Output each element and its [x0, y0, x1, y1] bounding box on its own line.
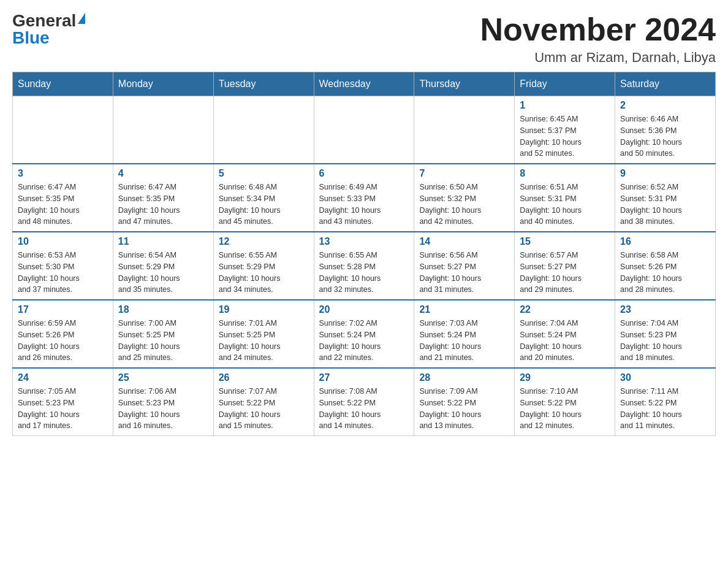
calendar-cell: 18Sunrise: 7:00 AM Sunset: 5:25 PM Dayli…	[113, 300, 213, 368]
day-info: Sunrise: 6:56 AM Sunset: 5:27 PM Dayligh…	[419, 250, 509, 296]
day-info: Sunrise: 6:59 AM Sunset: 5:26 PM Dayligh…	[18, 318, 108, 364]
calendar-week-row: 3Sunrise: 6:47 AM Sunset: 5:35 PM Daylig…	[13, 164, 716, 232]
day-number: 13	[319, 236, 409, 247]
calendar-cell: 21Sunrise: 7:03 AM Sunset: 5:24 PM Dayli…	[414, 300, 515, 368]
day-info: Sunrise: 6:46 AM Sunset: 5:36 PM Dayligh…	[620, 113, 710, 159]
day-number: 16	[620, 236, 710, 247]
day-number: 6	[319, 168, 409, 179]
day-number: 28	[419, 372, 509, 383]
day-info: Sunrise: 7:01 AM Sunset: 5:25 PM Dayligh…	[219, 318, 309, 364]
calendar-cell: 2Sunrise: 6:46 AM Sunset: 5:36 PM Daylig…	[615, 96, 716, 164]
day-number: 24	[18, 372, 108, 383]
day-number: 20	[319, 304, 409, 315]
day-number: 14	[419, 236, 509, 247]
weekday-header-wednesday: Wednesday	[314, 72, 414, 96]
day-number: 19	[219, 304, 309, 315]
calendar-cell: 24Sunrise: 7:05 AM Sunset: 5:23 PM Dayli…	[13, 368, 113, 436]
calendar-cell: 23Sunrise: 7:04 AM Sunset: 5:23 PM Dayli…	[615, 300, 716, 368]
day-number: 3	[18, 168, 108, 179]
weekday-header-friday: Friday	[515, 72, 615, 96]
calendar-cell: 30Sunrise: 7:11 AM Sunset: 5:22 PM Dayli…	[615, 368, 716, 436]
day-info: Sunrise: 6:52 AM Sunset: 5:31 PM Dayligh…	[620, 182, 710, 228]
day-number: 17	[18, 304, 108, 315]
calendar-cell: 10Sunrise: 6:53 AM Sunset: 5:30 PM Dayli…	[13, 232, 113, 300]
day-info: Sunrise: 6:49 AM Sunset: 5:33 PM Dayligh…	[319, 182, 409, 228]
day-number: 12	[219, 236, 309, 247]
day-info: Sunrise: 7:04 AM Sunset: 5:24 PM Dayligh…	[520, 318, 610, 364]
day-number: 29	[520, 372, 610, 383]
day-number: 23	[620, 304, 710, 315]
day-info: Sunrise: 6:51 AM Sunset: 5:31 PM Dayligh…	[520, 182, 610, 228]
day-info: Sunrise: 7:00 AM Sunset: 5:25 PM Dayligh…	[118, 318, 208, 364]
day-number: 21	[419, 304, 509, 315]
calendar-cell: 12Sunrise: 6:55 AM Sunset: 5:29 PM Dayli…	[213, 232, 314, 300]
day-number: 18	[118, 304, 208, 315]
day-info: Sunrise: 7:02 AM Sunset: 5:24 PM Dayligh…	[319, 318, 409, 364]
calendar-cell	[13, 96, 113, 164]
calendar-cell: 11Sunrise: 6:54 AM Sunset: 5:29 PM Dayli…	[113, 232, 213, 300]
calendar-cell: 17Sunrise: 6:59 AM Sunset: 5:26 PM Dayli…	[13, 300, 113, 368]
day-number: 2	[620, 100, 710, 111]
day-info: Sunrise: 7:08 AM Sunset: 5:22 PM Dayligh…	[319, 386, 409, 432]
weekday-header-monday: Monday	[113, 72, 213, 96]
calendar-cell: 1Sunrise: 6:45 AM Sunset: 5:37 PM Daylig…	[515, 96, 615, 164]
day-number: 4	[118, 168, 208, 179]
calendar-cell: 7Sunrise: 6:50 AM Sunset: 5:32 PM Daylig…	[414, 164, 515, 232]
logo-general-text: General	[12, 12, 76, 29]
day-number: 30	[620, 372, 710, 383]
calendar-cell	[414, 96, 515, 164]
day-number: 7	[419, 168, 509, 179]
calendar-table: SundayMondayTuesdayWednesdayThursdayFrid…	[12, 72, 716, 436]
day-info: Sunrise: 7:07 AM Sunset: 5:22 PM Dayligh…	[219, 386, 309, 432]
day-info: Sunrise: 6:54 AM Sunset: 5:29 PM Dayligh…	[118, 250, 208, 296]
day-info: Sunrise: 7:09 AM Sunset: 5:22 PM Dayligh…	[419, 386, 509, 432]
calendar-week-row: 17Sunrise: 6:59 AM Sunset: 5:26 PM Dayli…	[13, 300, 716, 368]
calendar-cell: 28Sunrise: 7:09 AM Sunset: 5:22 PM Dayli…	[414, 368, 515, 436]
day-number: 9	[620, 168, 710, 179]
day-number: 11	[118, 236, 208, 247]
calendar-cell: 3Sunrise: 6:47 AM Sunset: 5:35 PM Daylig…	[13, 164, 113, 232]
calendar-cell: 26Sunrise: 7:07 AM Sunset: 5:22 PM Dayli…	[213, 368, 314, 436]
calendar-cell: 9Sunrise: 6:52 AM Sunset: 5:31 PM Daylig…	[615, 164, 716, 232]
day-info: Sunrise: 6:47 AM Sunset: 5:35 PM Dayligh…	[18, 182, 108, 228]
day-number: 5	[219, 168, 309, 179]
calendar-cell: 6Sunrise: 6:49 AM Sunset: 5:33 PM Daylig…	[314, 164, 414, 232]
day-info: Sunrise: 6:48 AM Sunset: 5:34 PM Dayligh…	[219, 182, 309, 228]
calendar-cell: 22Sunrise: 7:04 AM Sunset: 5:24 PM Dayli…	[515, 300, 615, 368]
calendar-cell	[314, 96, 414, 164]
calendar-cell: 19Sunrise: 7:01 AM Sunset: 5:25 PM Dayli…	[213, 300, 314, 368]
day-info: Sunrise: 6:50 AM Sunset: 5:32 PM Dayligh…	[419, 182, 509, 228]
calendar-cell: 4Sunrise: 6:47 AM Sunset: 5:35 PM Daylig…	[113, 164, 213, 232]
day-number: 25	[118, 372, 208, 383]
day-info: Sunrise: 7:11 AM Sunset: 5:22 PM Dayligh…	[620, 386, 710, 432]
logo-blue-text: Blue	[12, 29, 50, 47]
calendar-week-row: 24Sunrise: 7:05 AM Sunset: 5:23 PM Dayli…	[13, 368, 716, 436]
day-info: Sunrise: 7:05 AM Sunset: 5:23 PM Dayligh…	[18, 386, 108, 432]
calendar-week-row: 1Sunrise: 6:45 AM Sunset: 5:37 PM Daylig…	[13, 96, 716, 164]
day-info: Sunrise: 6:47 AM Sunset: 5:35 PM Dayligh…	[118, 182, 208, 228]
logo: General Blue	[12, 12, 85, 47]
location-title: Umm ar Rizam, Darnah, Libya	[480, 50, 716, 66]
day-number: 8	[520, 168, 610, 179]
calendar-cell: 27Sunrise: 7:08 AM Sunset: 5:22 PM Dayli…	[314, 368, 414, 436]
day-number: 27	[319, 372, 409, 383]
calendar-cell: 13Sunrise: 6:55 AM Sunset: 5:28 PM Dayli…	[314, 232, 414, 300]
weekday-header-row: SundayMondayTuesdayWednesdayThursdayFrid…	[13, 72, 716, 96]
calendar-cell: 15Sunrise: 6:57 AM Sunset: 5:27 PM Dayli…	[515, 232, 615, 300]
day-info: Sunrise: 7:10 AM Sunset: 5:22 PM Dayligh…	[520, 386, 610, 432]
day-info: Sunrise: 6:58 AM Sunset: 5:26 PM Dayligh…	[620, 250, 710, 296]
calendar-cell: 25Sunrise: 7:06 AM Sunset: 5:23 PM Dayli…	[113, 368, 213, 436]
calendar-week-row: 10Sunrise: 6:53 AM Sunset: 5:30 PM Dayli…	[13, 232, 716, 300]
weekday-header-thursday: Thursday	[414, 72, 515, 96]
weekday-header-saturday: Saturday	[615, 72, 716, 96]
day-number: 22	[520, 304, 610, 315]
day-number: 1	[520, 100, 610, 111]
day-number: 15	[520, 236, 610, 247]
calendar-cell: 20Sunrise: 7:02 AM Sunset: 5:24 PM Dayli…	[314, 300, 414, 368]
calendar-cell: 29Sunrise: 7:10 AM Sunset: 5:22 PM Dayli…	[515, 368, 615, 436]
calendar-cell: 5Sunrise: 6:48 AM Sunset: 5:34 PM Daylig…	[213, 164, 314, 232]
day-number: 10	[18, 236, 108, 247]
logo-triangle-icon	[78, 13, 85, 24]
day-info: Sunrise: 7:03 AM Sunset: 5:24 PM Dayligh…	[419, 318, 509, 364]
day-info: Sunrise: 6:57 AM Sunset: 5:27 PM Dayligh…	[520, 250, 610, 296]
